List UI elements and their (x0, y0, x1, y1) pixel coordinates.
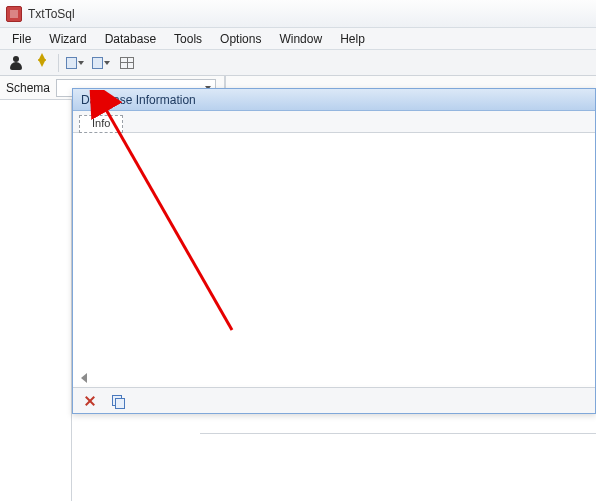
child-window-toolbar (73, 387, 595, 413)
bottom-pane (200, 433, 596, 501)
close-button[interactable] (81, 392, 99, 410)
menu-tools[interactable]: Tools (166, 30, 210, 48)
menu-help[interactable]: Help (332, 30, 373, 48)
flash-icon (38, 59, 46, 67)
toolbar-connect-button[interactable] (6, 53, 26, 73)
info-body (73, 133, 595, 385)
child-window-title[interactable]: Database Information (73, 89, 595, 111)
titlebar: TxtToSql (0, 0, 596, 28)
grid-icon (120, 57, 134, 69)
app-icon (6, 6, 22, 22)
person-icon (9, 56, 23, 70)
box-icon (92, 57, 103, 69)
menu-options[interactable]: Options (212, 30, 269, 48)
toolbar-grid-button[interactable] (117, 53, 137, 73)
child-window-tabs: Info (73, 111, 595, 133)
scroll-left-icon[interactable] (79, 373, 87, 383)
copy-button[interactable] (109, 392, 127, 410)
menu-file[interactable]: File (4, 30, 39, 48)
copy-icon (112, 395, 124, 407)
toolbar-separator (58, 54, 59, 72)
box-icon (66, 57, 77, 69)
tab-info[interactable]: Info (79, 115, 123, 133)
toolbar-execute-button[interactable] (32, 53, 52, 73)
toolbar (0, 50, 596, 76)
schema-label: Schema (6, 81, 50, 95)
toolbar-save-button[interactable] (91, 53, 111, 73)
menubar: File Wizard Database Tools Options Windo… (0, 28, 596, 50)
menu-window[interactable]: Window (271, 30, 330, 48)
menu-wizard[interactable]: Wizard (41, 30, 94, 48)
database-information-window: Database Information Info (72, 88, 596, 414)
toolbar-open-button[interactable] (65, 53, 85, 73)
close-icon (84, 395, 96, 407)
menu-database[interactable]: Database (97, 30, 164, 48)
chevron-down-icon (78, 61, 84, 65)
left-tree-pane (0, 100, 72, 501)
app-title: TxtToSql (28, 7, 75, 21)
chevron-down-icon (104, 61, 110, 65)
